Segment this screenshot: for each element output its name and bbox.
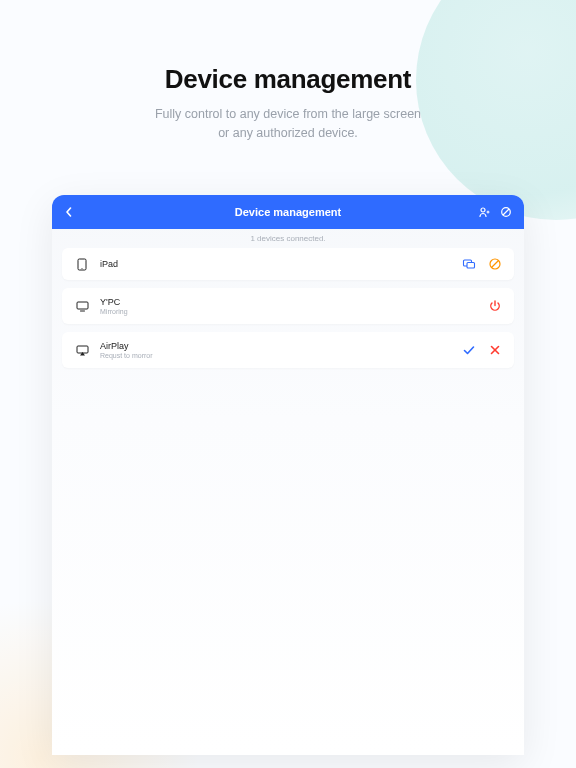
airplay-icon [74, 345, 90, 356]
svg-line-10 [492, 261, 499, 268]
power-icon[interactable] [488, 299, 502, 313]
device-list: iPad [52, 248, 524, 368]
tablet-icon [74, 258, 90, 271]
user-icon[interactable] [478, 206, 490, 218]
svg-point-6 [82, 268, 83, 269]
svg-rect-8 [467, 263, 475, 269]
block-icon[interactable] [500, 206, 512, 218]
page-title: Device management [0, 64, 576, 95]
device-text: AirPlay Requst to morror [100, 341, 462, 359]
accept-icon[interactable] [462, 343, 476, 357]
svg-rect-13 [77, 346, 88, 353]
device-panel: Device management 1 devices connected. [52, 195, 524, 755]
device-status: Mirroring [100, 308, 488, 315]
device-text: Y'PC Mirroring [100, 297, 488, 315]
device-name: AirPlay [100, 341, 462, 351]
prohibit-icon[interactable] [488, 257, 502, 271]
mirror-icon[interactable] [462, 257, 476, 271]
svg-line-4 [503, 209, 509, 215]
device-name: Y'PC [100, 297, 488, 307]
svg-point-0 [481, 208, 485, 212]
panel-title: Device management [52, 206, 524, 218]
device-name: iPad [100, 259, 462, 269]
device-row[interactable]: AirPlay Requst to morror [62, 332, 514, 368]
device-row[interactable]: Y'PC Mirroring [62, 288, 514, 324]
reject-icon[interactable] [488, 343, 502, 357]
page-subtitle: Fully control to any device from the lar… [0, 105, 576, 143]
back-icon[interactable] [64, 207, 74, 217]
svg-rect-11 [77, 302, 88, 309]
status-text: 1 devices connected. [52, 229, 524, 248]
device-text: iPad [100, 259, 462, 269]
monitor-icon [74, 301, 90, 312]
hero-section: Device management Fully control to any d… [0, 0, 576, 143]
device-row[interactable]: iPad [62, 248, 514, 280]
panel-header: Device management [52, 195, 524, 229]
device-status: Requst to morror [100, 352, 462, 359]
